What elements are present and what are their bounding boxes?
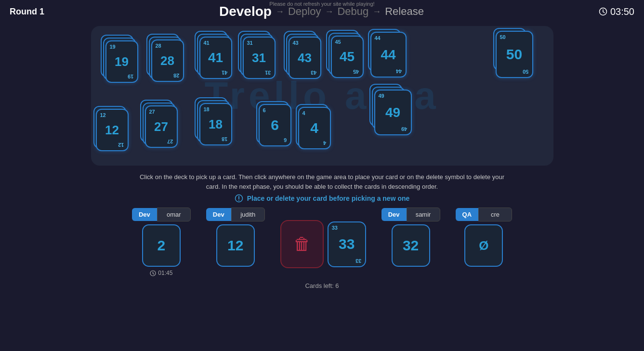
player-cre-header: QA cre (456, 208, 513, 221)
card-50[interactable]: 50 50 50 (496, 31, 533, 78)
player-samir-role: Dev (381, 208, 407, 221)
player-clock-icon (150, 270, 156, 276)
player-omar-timer: 01:45 (150, 270, 172, 276)
card-49[interactable]: 49 49 49 (374, 90, 412, 135)
player-judith-card[interactable]: 12 (216, 224, 255, 267)
round-label: Round 1 (10, 7, 44, 17)
game-area[interactable]: Trello area 19 19 19 28 28 28 (91, 26, 553, 166)
svg-line-2 (603, 12, 605, 13)
player-samir-header: Dev samir (381, 208, 440, 221)
card-27[interactable]: 27 27 27 (145, 105, 178, 148)
instructions: Click on the deck to pick up a card. The… (110, 172, 534, 191)
player-samir: Dev samir 32 (381, 208, 440, 267)
card-44[interactable]: 44 44 44 (370, 32, 407, 78)
player-judith-role: Dev (206, 208, 231, 221)
card-45[interactable]: 45 45 45 (331, 36, 364, 78)
phase-release: Release (385, 5, 424, 18)
card-41[interactable]: 41 41 41 (199, 37, 232, 79)
arrow-1: → (276, 7, 284, 17)
warning-line: Place or delete your card before picking… (0, 194, 644, 203)
phase-debug: Debug (337, 5, 368, 18)
player-cre-name: cre (478, 208, 512, 221)
player-cre-card[interactable]: Ø (464, 224, 503, 267)
card-31[interactable]: 31 31 31 (243, 37, 276, 79)
cards-left: Cards left: 6 (0, 282, 644, 289)
card-18[interactable]: 18 18 18 (199, 103, 232, 145)
player-judith: Dev judith 12 (206, 208, 265, 267)
players-area: Dev omar 2 01:45 Dev judith 12 🗑 (0, 208, 644, 276)
card-19[interactable]: 19 19 19 (105, 40, 138, 83)
clock-icon (599, 7, 607, 16)
player-omar-role: Dev (132, 208, 157, 221)
warning-icon (235, 194, 243, 203)
player-omar-header: Dev omar (132, 208, 191, 221)
player-cre: QA cre Ø (456, 208, 513, 267)
player-judith-name: judith (231, 208, 265, 221)
player-omar-card[interactable]: 2 (142, 224, 181, 267)
svg-line-8 (153, 273, 154, 274)
svg-point-5 (238, 200, 239, 201)
player-samir-card[interactable]: 32 (392, 224, 430, 267)
top-bar: Please do not refresh your site while pl… (0, 0, 644, 19)
trash-icon: 🗑 (293, 234, 311, 254)
phase-develop: Develop (219, 4, 272, 19)
arrow-2: → (325, 7, 333, 17)
card-43[interactable]: 43 43 43 (289, 37, 321, 79)
card-12[interactable]: 12 12 12 (96, 109, 129, 151)
player-omar: Dev omar 2 01:45 (132, 208, 191, 276)
phase-deploy: Deploy (288, 5, 321, 18)
player-judith-header: Dev judith (206, 208, 265, 221)
player-samir-name: samir (407, 208, 440, 221)
card-4[interactable]: 4 4 4 (298, 107, 331, 149)
delete-slot[interactable]: 🗑 (280, 220, 324, 268)
timer-display: 03:50 (599, 6, 634, 17)
player-cre-role: QA (456, 208, 479, 221)
active-card-33[interactable]: 33 33 33 (328, 221, 366, 267)
arrow-3: → (372, 7, 381, 17)
card-6[interactable]: 6 6 6 (259, 104, 291, 146)
top-notice: Please do not refresh your site while pl… (269, 1, 374, 7)
card-28[interactable]: 28 28 28 (151, 39, 184, 82)
timer-value: 03:50 (610, 6, 634, 17)
player-omar-name: omar (157, 208, 191, 221)
